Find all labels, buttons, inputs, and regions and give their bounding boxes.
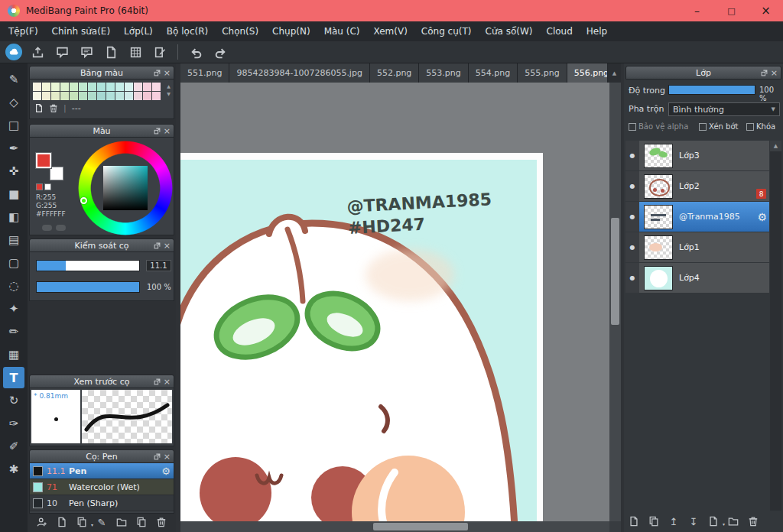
palette-swatch[interactable] (152, 92, 161, 100)
layer-settings-icon[interactable]: ⚙ (757, 211, 767, 223)
canvas-viewport[interactable]: @TRANMA1985 #HD247 (180, 83, 609, 521)
layers-panel-header[interactable]: Lớp × (625, 66, 781, 79)
layer-row[interactable]: ●Lớp3 (625, 141, 769, 170)
close-icon[interactable]: × (164, 378, 171, 386)
lock-checkbox[interactable]: Khóa (746, 122, 775, 131)
layer-visibility-toggle[interactable]: ● (625, 171, 639, 201)
palette-swatch[interactable] (60, 92, 69, 100)
new-layer-button[interactable] (627, 514, 641, 528)
duplicate-brush-button[interactable] (135, 515, 148, 529)
brush-size-slider[interactable] (36, 260, 140, 271)
palette-swatch[interactable] (134, 92, 142, 100)
close-icon[interactable]: × (164, 69, 171, 77)
document-tab[interactable]: 556.png (567, 63, 607, 83)
vertical-scroll-thumb[interactable] (611, 218, 619, 325)
layer-row[interactable]: ●@Tranma1985⚙ (625, 202, 769, 232)
palette-swatch[interactable] (42, 83, 50, 91)
menubar-item[interactable]: Help (580, 21, 614, 41)
close-icon[interactable]: × (164, 127, 171, 135)
brush-menu-button[interactable]: ▾ (75, 515, 89, 529)
palette-swatch[interactable] (152, 83, 161, 91)
color-wheel[interactable] (78, 141, 173, 235)
menubar-item[interactable]: Bộ lọc(R) (160, 21, 215, 41)
edit-canvas-button[interactable] (151, 43, 169, 61)
stamp-tool[interactable]: ▦ (3, 344, 24, 365)
control-point-tool[interactable]: ✒ (3, 138, 24, 159)
popout-icon[interactable] (154, 242, 161, 249)
move-layer-up-button[interactable]: ↥ (667, 514, 681, 528)
delete-brush-button[interactable] (154, 515, 168, 529)
layer-row[interactable]: ●Lớp1 (625, 232, 769, 262)
palette-panel-header[interactable]: Bảng màu × (29, 66, 174, 79)
new-canvas-button[interactable] (102, 43, 120, 61)
close-icon[interactable]: × (164, 453, 171, 461)
add-cloud-brush-button[interactable] (35, 515, 49, 529)
palette-swatch[interactable] (115, 92, 124, 100)
layer-visibility-toggle[interactable]: ● (625, 232, 639, 262)
pen-sharp-tool[interactable]: ✑ (3, 413, 24, 434)
brush-list-item[interactable]: 10Pen (Sharp) (30, 495, 174, 511)
menubar-item[interactable]: Chụp(N) (265, 21, 317, 41)
palette-swatch[interactable] (143, 92, 151, 100)
palette-swatch[interactable] (79, 83, 87, 91)
bucket-tool[interactable]: ◧ (3, 206, 24, 228)
add-layer-menu-button[interactable]: ▾ (707, 514, 720, 528)
brush-list-item[interactable]: 71Watercolor (Wet) (30, 479, 174, 495)
menubar-item[interactable]: Chỉnh sửa(E) (45, 21, 118, 41)
delete-layer-button[interactable] (746, 514, 760, 528)
document-tab[interactable]: 552.png (370, 63, 419, 83)
canvas-horizontal-scrollbar[interactable] (180, 521, 609, 532)
fill-shape-tool[interactable]: ■ (3, 183, 24, 205)
layer-visibility-toggle[interactable]: ● (625, 141, 639, 170)
palette-swatch[interactable] (51, 92, 60, 100)
brush-size-value[interactable]: 11.1 (146, 260, 171, 271)
move-tool[interactable]: ✜ (3, 161, 24, 182)
shape-brush-tool[interactable]: □ (3, 115, 24, 136)
brush-control-header[interactable]: Kiểm soát cọ × (29, 238, 174, 252)
maximize-button[interactable]: □ (714, 0, 749, 21)
gradient-tool[interactable]: ▤ (3, 229, 24, 251)
palette-swatch[interactable] (125, 83, 133, 91)
hue-indicator[interactable] (80, 197, 87, 204)
delete-swatch-icon[interactable] (49, 103, 58, 113)
close-icon[interactable]: × (164, 242, 171, 250)
menubar-item[interactable]: Cloud (540, 21, 580, 41)
mini-color-swatch[interactable] (44, 183, 51, 190)
clipping-checkbox[interactable]: Xén bớt (699, 122, 738, 131)
palette-swatch[interactable] (88, 92, 96, 100)
palette-swatch[interactable] (97, 92, 106, 100)
menubar-item[interactable]: Chọn(S) (215, 21, 265, 41)
layer-folder-button[interactable] (726, 514, 740, 528)
canvas-artwork[interactable]: @TRANMA1985 #HD247 (180, 83, 609, 521)
menubar-item[interactable]: Màu (C) (317, 21, 367, 41)
duplicate-layer-button[interactable] (647, 514, 661, 528)
scroll-up-icon[interactable]: ▲ (167, 83, 171, 89)
select-tool[interactable]: ▢ (3, 252, 24, 274)
layer-row[interactable]: ●Lớp28 (625, 171, 769, 201)
checkbox-icon[interactable] (629, 123, 636, 131)
palette-swatch[interactable] (51, 83, 60, 91)
checkbox-icon[interactable] (746, 123, 754, 131)
rotate-canvas-tool[interactable]: ↻ (3, 390, 24, 411)
palette-swatch[interactable] (134, 83, 142, 91)
palette-swatch[interactable] (33, 83, 41, 91)
redo-button[interactable] (211, 43, 229, 61)
checkbox-icon[interactable] (699, 123, 707, 131)
layer-visibility-toggle[interactable]: ● (625, 202, 639, 232)
popout-icon[interactable] (154, 128, 161, 135)
layers-scrollbar[interactable]: ▲ (770, 141, 781, 511)
menubar-item[interactable]: Lớp(L) (117, 21, 160, 41)
lasso-select-tool[interactable]: ◌ (3, 275, 24, 297)
horizontal-scroll-thumb[interactable] (373, 523, 468, 530)
undo-button[interactable] (187, 43, 205, 61)
popout-icon[interactable] (154, 378, 161, 385)
document-tab[interactable]: 551.png (180, 63, 229, 83)
brush-settings-icon[interactable]: ⚙ (161, 466, 171, 477)
publish-button[interactable] (28, 43, 47, 61)
saturation-value-square[interactable] (103, 166, 148, 210)
move-layer-down-button[interactable]: ↧ (687, 514, 700, 528)
foreground-background-swatches[interactable] (36, 153, 63, 180)
palette-swatch[interactable] (70, 83, 78, 91)
menubar-item[interactable]: Cửa sổ(W) (479, 21, 540, 41)
new-brush-button[interactable] (55, 515, 69, 529)
